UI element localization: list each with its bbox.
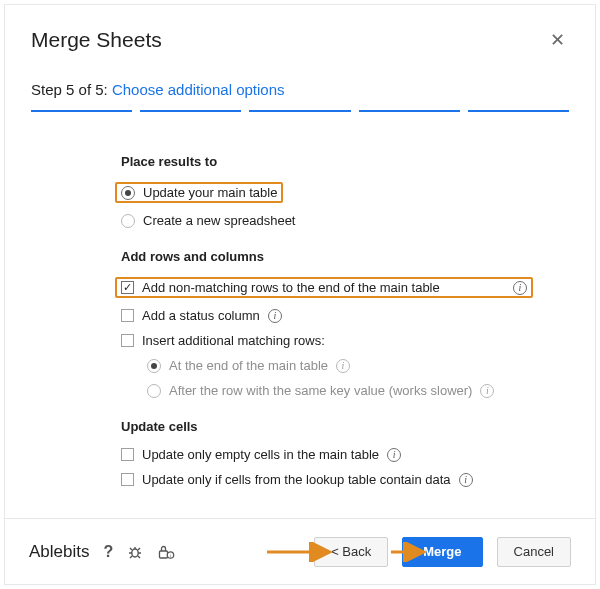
radio-icon	[147, 359, 161, 373]
radio-icon	[147, 384, 161, 398]
checkbox-icon[interactable]	[121, 448, 134, 461]
radio-icon[interactable]	[121, 186, 135, 200]
cancel-button[interactable]: Cancel	[497, 537, 571, 567]
bug-icon[interactable]	[127, 544, 143, 560]
body: Place results to Update your main table …	[21, 137, 579, 497]
info-icon[interactable]	[336, 359, 350, 373]
info-icon[interactable]	[480, 384, 494, 398]
checkbox-icon[interactable]	[121, 473, 134, 486]
opt-label: At the end of the main table	[169, 358, 328, 373]
step-link[interactable]: Choose additional options	[112, 81, 285, 98]
opt-label: After the row with the same key value (w…	[169, 383, 472, 398]
opt-create-new[interactable]: Create a new spreadsheet	[121, 208, 539, 233]
opt-label: Update only if cells from the lookup tab…	[142, 472, 451, 487]
section-rows-title: Add rows and columns	[121, 249, 539, 264]
section-cells-title: Update cells	[121, 419, 539, 434]
opt-label: Insert additional matching rows:	[142, 333, 325, 348]
opt-label: Add non-matching rows to the end of the …	[142, 280, 505, 295]
merge-button[interactable]: Merge	[402, 537, 482, 567]
opt-label: Create a new spreadsheet	[143, 213, 295, 228]
svg-point-0	[132, 549, 138, 557]
section-place-title: Place results to	[121, 154, 539, 169]
footer: Ablebits ? i < Back Merge Cancel	[5, 518, 595, 584]
help-icon[interactable]: ?	[103, 543, 113, 561]
progress-seg	[468, 110, 569, 112]
back-button[interactable]: < Back	[314, 537, 388, 567]
progress-seg	[249, 110, 350, 112]
info-icon[interactable]	[387, 448, 401, 462]
close-icon[interactable]: ✕	[546, 27, 569, 53]
progress-seg	[31, 110, 132, 112]
step-indicator: Step 5 of 5: Choose additional options	[5, 63, 595, 110]
header: Merge Sheets ✕	[5, 5, 595, 63]
opt-only-empty[interactable]: Update only empty cells in the main tabl…	[121, 442, 539, 467]
opt-label: Add a status column	[142, 308, 260, 323]
info-icon[interactable]	[513, 281, 527, 295]
progress-seg	[140, 110, 241, 112]
info-icon[interactable]	[459, 473, 473, 487]
opt-at-end: At the end of the main table	[121, 353, 539, 378]
dialog-frame: Merge Sheets ✕ Step 5 of 5: Choose addit…	[4, 4, 596, 585]
brand-label: Ablebits	[29, 542, 89, 562]
progress-seg	[359, 110, 460, 112]
opt-insert-additional[interactable]: Insert additional matching rows:	[121, 328, 539, 353]
opt-after-row: After the row with the same key value (w…	[121, 378, 539, 403]
step-prefix: Step 5 of 5:	[31, 81, 112, 98]
checkbox-icon[interactable]	[121, 309, 134, 322]
opt-only-lookup[interactable]: Update only if cells from the lookup tab…	[121, 467, 539, 492]
checkbox-icon[interactable]	[121, 281, 134, 294]
opt-update-main[interactable]: Update your main table	[121, 177, 539, 208]
opt-add-nonmatching[interactable]: Add non-matching rows to the end of the …	[121, 272, 539, 303]
dialog-title: Merge Sheets	[31, 28, 162, 52]
info-icon[interactable]	[268, 309, 282, 323]
opt-label: Update your main table	[143, 185, 277, 200]
progress-bar	[5, 110, 595, 114]
radio-icon[interactable]	[121, 214, 135, 228]
svg-rect-1	[160, 551, 168, 558]
opt-label: Update only empty cells in the main tabl…	[142, 447, 379, 462]
opt-add-status[interactable]: Add a status column	[121, 303, 539, 328]
lock-info-icon[interactable]: i	[157, 544, 175, 560]
checkbox-icon[interactable]	[121, 334, 134, 347]
scroll-area[interactable]: Place results to Update your main table …	[21, 138, 579, 497]
